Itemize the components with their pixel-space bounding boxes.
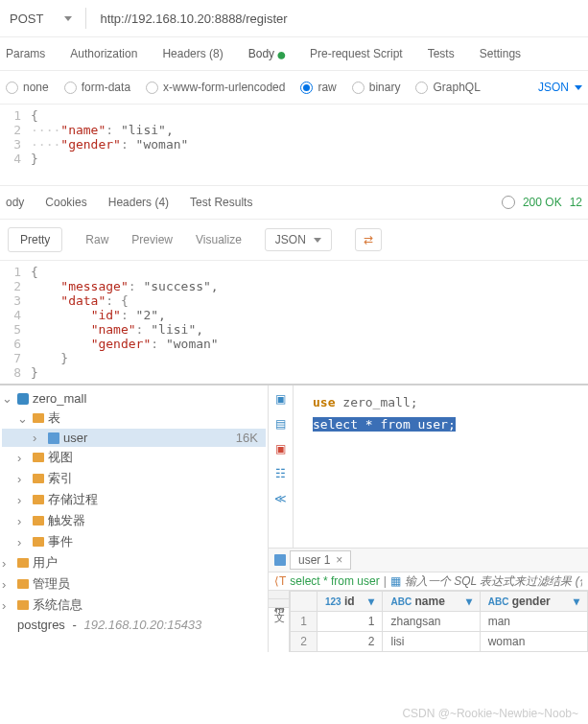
tree-views[interactable]: ›视图 bbox=[2, 447, 266, 468]
body-type-row: none form-data x-www-form-urlencoded raw… bbox=[0, 71, 588, 105]
response-status: 200 OK 12 bbox=[502, 196, 582, 209]
radio-graphql[interactable]: GraphQL bbox=[415, 81, 480, 94]
sql-toolbar: ▣ ▤ ▣ ☷ ≪ bbox=[269, 385, 294, 548]
response-format-select[interactable]: JSON bbox=[265, 228, 332, 251]
tab-tests[interactable]: Tests bbox=[428, 47, 455, 60]
method-label: POST bbox=[10, 12, 43, 26]
close-icon[interactable]: × bbox=[336, 553, 342, 567]
view-raw[interactable]: Raw bbox=[85, 233, 108, 246]
folder-icon bbox=[33, 474, 44, 483]
tree-tables[interactable]: ⌄表 bbox=[2, 408, 266, 429]
table-size: 16K bbox=[236, 431, 266, 445]
status-code: 200 OK bbox=[523, 196, 562, 209]
table-icon bbox=[274, 554, 286, 566]
side-tab-text[interactable]: 文 bbox=[269, 599, 289, 608]
resp-tab-cookies[interactable]: Cookies bbox=[45, 196, 86, 209]
request-body-editor[interactable]: 1{2····"name": "lisi",3····"gender": "wo… bbox=[0, 105, 588, 170]
radio-none[interactable]: none bbox=[6, 81, 49, 94]
result-grid[interactable]: 123 id▾ ABC name▾ ABC gender▾ 11zhangsan… bbox=[290, 591, 588, 652]
tree-sysinfo[interactable]: ›系统信息 bbox=[2, 595, 266, 616]
sql-select: select * from user; bbox=[313, 417, 456, 432]
filter-icon: ▦ bbox=[390, 574, 401, 588]
filter-input[interactable] bbox=[405, 574, 582, 588]
response-body: 1{2 "message": "success",3 "data": {4 "i… bbox=[0, 261, 588, 384]
folder-icon bbox=[33, 537, 44, 547]
database-icon bbox=[17, 393, 29, 405]
tree-database[interactable]: ⌄zero_mall bbox=[2, 389, 266, 408]
result-tab[interactable]: user 1× bbox=[290, 550, 351, 570]
view-preview[interactable]: Preview bbox=[131, 233, 173, 246]
resp-tab-results[interactable]: Test Results bbox=[190, 196, 252, 209]
tab-prerequest[interactable]: Pre-request Script bbox=[310, 47, 403, 60]
tab-auth[interactable]: Authorization bbox=[70, 47, 137, 60]
db-tree[interactable]: ⌄zero_mall ⌄表 ›user16K ›视图 ›索引 ›存储过程 ›触发… bbox=[0, 385, 269, 652]
wrap-icon[interactable]: ⇄ bbox=[355, 228, 382, 251]
tab-body[interactable]: Body● bbox=[248, 47, 285, 60]
tree-postgres[interactable]: postgres - 192.168.10.20:15433 bbox=[2, 616, 266, 634]
script-icon[interactable]: ▤ bbox=[273, 416, 289, 432]
side-tab-grid[interactable]: 网格 bbox=[269, 591, 289, 599]
view-pretty[interactable]: Pretty bbox=[8, 227, 62, 252]
sql-editor[interactable]: use zero_mall; select * from user; bbox=[294, 385, 588, 548]
radio-formdata[interactable]: form-data bbox=[64, 81, 130, 94]
folder-icon bbox=[17, 600, 29, 610]
request-tabs: Params Authorization Headers (8) Body● P… bbox=[0, 37, 588, 71]
db-panel: ⌄zero_mall ⌄表 ›user16K ›视图 ›索引 ›存储过程 ›触发… bbox=[0, 384, 588, 652]
response-tabs: ody Cookies Headers (4) Test Results 200… bbox=[0, 185, 588, 220]
result-side-tabs[interactable]: 网格 文 bbox=[269, 591, 290, 652]
table-icon bbox=[48, 432, 59, 444]
watermark: CSDN @~Rookie~Newbie~Noob~ bbox=[402, 707, 578, 720]
radio-xwww[interactable]: x-www-form-urlencoded bbox=[146, 81, 285, 94]
table-row[interactable]: 11zhangsanman bbox=[291, 612, 588, 632]
content-type-select[interactable]: JSON bbox=[538, 81, 582, 94]
resp-tab-headers[interactable]: Headers (4) bbox=[108, 196, 169, 209]
divider bbox=[85, 8, 86, 29]
sql-icon: ⟨T bbox=[274, 574, 286, 588]
tree-triggers[interactable]: ›触发器 bbox=[2, 510, 266, 531]
stop-icon[interactable]: ▣ bbox=[273, 441, 289, 456]
tree-indexes[interactable]: ›索引 bbox=[2, 468, 266, 489]
request-bar: POST http://192.168.10.20:8888/register bbox=[0, 0, 588, 37]
tab-params[interactable]: Params bbox=[6, 47, 45, 60]
radio-binary[interactable]: binary bbox=[352, 81, 401, 94]
table-row[interactable]: 22lisiwoman bbox=[291, 632, 588, 652]
response-view-tabs: Pretty Raw Preview Visualize JSON ⇄ bbox=[0, 220, 588, 261]
tab-headers[interactable]: Headers (8) bbox=[162, 47, 223, 60]
status-time: 12 bbox=[570, 196, 582, 209]
url-input[interactable]: http://192.168.10.20:8888/register bbox=[100, 12, 287, 26]
tree-users[interactable]: ›用户 bbox=[2, 552, 266, 573]
resp-tab-body[interactable]: ody bbox=[6, 196, 24, 209]
method-select[interactable]: POST bbox=[10, 12, 72, 26]
tree-procs[interactable]: ›存储过程 bbox=[2, 489, 266, 510]
folder-icon bbox=[17, 579, 29, 589]
globe-icon bbox=[502, 196, 515, 209]
tree-table-user[interactable]: ›user16K bbox=[2, 429, 266, 447]
result-panel: user 1× ⟨T select * from user |▦ 网格 文 1 bbox=[269, 548, 588, 652]
folder-icon bbox=[17, 558, 29, 568]
folder-icon bbox=[33, 516, 44, 525]
explain-icon[interactable]: ☷ bbox=[273, 466, 289, 481]
tab-settings[interactable]: Settings bbox=[480, 47, 521, 60]
view-visualize[interactable]: Visualize bbox=[196, 233, 242, 246]
folder-icon bbox=[33, 495, 44, 504]
more-icon[interactable]: ≪ bbox=[273, 491, 289, 506]
folder-icon bbox=[33, 453, 44, 462]
radio-raw[interactable]: raw bbox=[300, 81, 336, 94]
chevron-down-icon bbox=[64, 16, 72, 21]
result-query: select * from user bbox=[290, 574, 379, 588]
folder-icon bbox=[33, 413, 44, 423]
tree-events[interactable]: ›事件 bbox=[2, 531, 266, 552]
execute-icon[interactable]: ▣ bbox=[273, 391, 289, 407]
tree-admins[interactable]: ›管理员 bbox=[2, 573, 266, 595]
